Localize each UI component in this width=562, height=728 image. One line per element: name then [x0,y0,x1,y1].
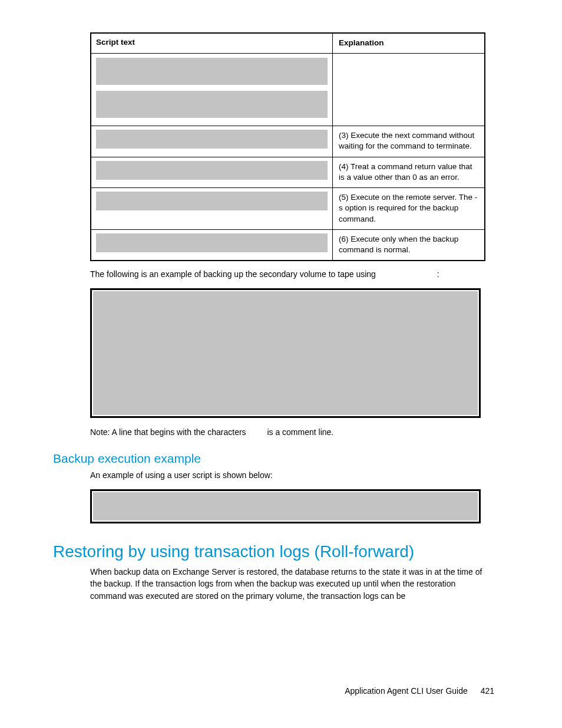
text: The following is an example of backing u… [90,269,378,279]
code-block [96,91,328,118]
footer-doc-title: Application Agent CLI User Guide [345,686,468,696]
cell-explanation: (6) Execute only when the backup command… [333,230,484,260]
heading-restoring-by-using-transaction-logs: Restoring by using transaction logs (Rol… [53,542,494,561]
text: is a comment line. [267,427,333,437]
cell-explanation: (3) Execute the next command without wai… [333,126,484,156]
footer-page-number: 421 [481,686,494,696]
header-explanation: Explanation [333,34,484,53]
table-header-row: Script text Explanation [91,34,484,53]
cell-explanation: (5) Execute on the remote server. The -s… [333,188,484,229]
code-block [93,291,478,415]
cell-scripttext [91,230,333,260]
code-block [96,161,328,180]
text: Note: A line that begins with the charac… [90,427,249,437]
code-block [93,492,478,521]
heading-backup-execution-example: Backup execution example [53,452,494,466]
paragraph-majortext: When backup data on Exchange Server is r… [90,566,491,602]
table-row: (4) Treat a command return value that is… [91,157,484,187]
table-row [91,53,484,126]
page-footer: Application Agent CLI User Guide 421 [345,686,494,696]
script-table: Script text Explanation (3) Execute the … [90,32,485,261]
paragraph-subtext: An example of using a user script is sho… [90,469,491,481]
table-row: (3) Execute the next command without wai… [91,126,484,156]
example-box-small [90,489,481,523]
code-block [96,233,328,252]
example-box-large [90,288,481,418]
text-trailing-colon: : [437,269,439,279]
cell-scripttext [91,188,333,229]
cell-scripttext [91,157,333,187]
code-block [96,58,328,85]
page: Script text Explanation (3) Execute the … [0,0,562,728]
cell-explanation [333,54,484,126]
cell-explanation: (4) Treat a command return value that is… [333,157,484,187]
header-script-text: Script text [91,34,333,53]
code-block [96,130,328,149]
note-line: Note: A line that begins with the charac… [90,426,491,438]
code-block [96,192,328,210]
cell-scripttext [91,54,333,126]
table-row: (5) Execute on the remote server. The -s… [91,187,484,229]
paragraph-following: The following is an example of backing u… [90,268,491,280]
table-row: (6) Execute only when the backup command… [91,229,484,260]
cell-scripttext [91,126,333,156]
